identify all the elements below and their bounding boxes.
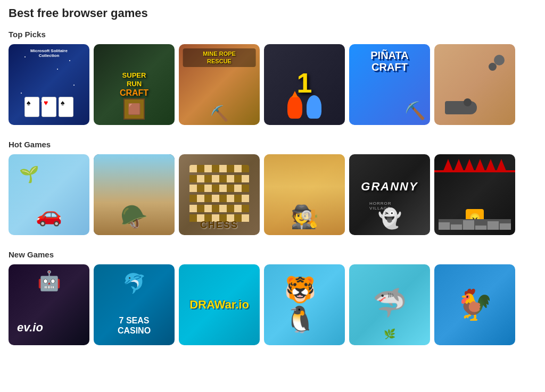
- game-drawario[interactable]: DRAWar.io: [179, 264, 260, 345]
- evio-label: ev.io: [17, 321, 43, 335]
- page-title: Best free browser games: [9, 6, 536, 20]
- section-hot-games: Hot Games 🚗 🌱 🪖 CHESS 🔫: [9, 140, 536, 235]
- drawario-label: DRAWar.io: [189, 298, 249, 312]
- game-cannon[interactable]: [434, 44, 515, 125]
- section-title-top-picks: Top Picks: [9, 30, 536, 39]
- game-chicken[interactable]: 🐓: [434, 264, 515, 345]
- game-shark[interactable]: 🦈 🌿: [349, 264, 430, 345]
- game-racing[interactable]: 🚗 🌱: [9, 154, 89, 235]
- game-pinatecraft[interactable]: PIÑATACRAFT ⛏️: [349, 44, 430, 125]
- game-minerope[interactable]: MINE ROPERESCUE ⛏️: [179, 44, 260, 125]
- game-chess[interactable]: CHESS: [179, 154, 260, 235]
- game-granny[interactable]: GRANNY HORROR VILLAGE 👻: [349, 154, 430, 235]
- game-seas[interactable]: 🐬 7 SEASCASINO: [94, 264, 175, 345]
- new-games-grid: 🤖 ev.io 🐬 7 SEASCASINO DRAWar.io 🐯🐧 🦈 🌿 …: [9, 264, 536, 345]
- game-fireboy[interactable]: 1: [264, 44, 345, 125]
- section-title-hot-games: Hot Games: [9, 140, 536, 149]
- top-picks-grid: Microsoft SolitaireCollection SUPERRUNCR…: [9, 44, 536, 125]
- section-new-games: New Games 🤖 ev.io 🐬 7 SEASCASINO DRAWar.…: [9, 250, 536, 345]
- section-top-picks: Top Picks Microsoft SolitaireCollection: [9, 30, 536, 125]
- game-gta[interactable]: 🔫 🕵️: [264, 154, 345, 235]
- section-title-new-games: New Games: [9, 250, 536, 259]
- game-tamagochi[interactable]: 🐯🐧: [264, 264, 345, 345]
- game-shooter[interactable]: 🪖: [94, 154, 175, 235]
- chess-label: CHESS: [200, 220, 238, 231]
- game-geometry[interactable]: 😠: [434, 154, 515, 235]
- granny-title: GRANNY: [361, 180, 418, 194]
- chessboard: [189, 165, 249, 224]
- game-solitaire[interactable]: Microsoft SolitaireCollection: [9, 44, 89, 125]
- game-superruncraft[interactable]: SUPERRUNCRAFT 🟫: [94, 44, 175, 125]
- seas-label: 7 SEASCASINO: [118, 315, 151, 336]
- game-evio[interactable]: 🤖 ev.io: [9, 264, 89, 345]
- solitaire-label: Microsoft SolitaireCollection: [9, 48, 89, 58]
- hot-games-grid: 🚗 🌱 🪖 CHESS 🔫 🕵️: [9, 154, 536, 235]
